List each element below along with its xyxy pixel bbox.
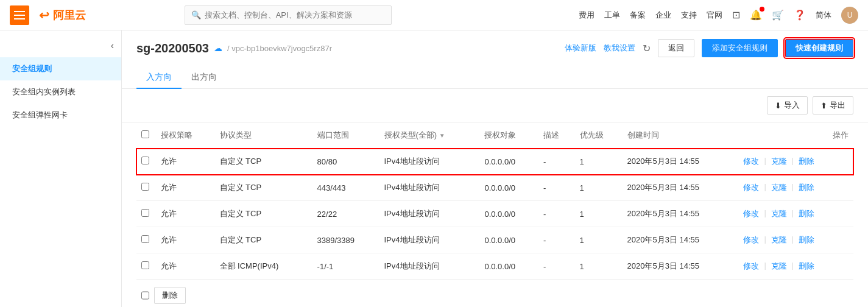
rules-table-container: 授权策略 协议类型 端口范围 授权类型(全部) ▼ 授权对象 描述 优先级 创建… bbox=[122, 122, 868, 307]
rules-table: 授权策略 协议类型 端口范围 授权类型(全部) ▼ 授权对象 描述 优先级 创建… bbox=[136, 122, 853, 280]
row-port: 443/443 bbox=[312, 175, 379, 201]
quick-create-rule-button[interactable]: 快速创建规则 bbox=[785, 39, 853, 57]
col-created: 创建时间 bbox=[623, 122, 739, 149]
screen-icon[interactable]: ⊡ bbox=[732, 9, 740, 21]
import-button[interactable]: ⬇ 导入 bbox=[767, 96, 808, 115]
nav-workorder[interactable]: 工单 bbox=[604, 10, 620, 21]
footer-checkbox[interactable] bbox=[141, 287, 149, 304]
table-row: 允许 自定义 TCP 80/80 IPv4地址段访问 0.0.0.0/0 - 1… bbox=[136, 149, 853, 175]
row-priority: 1 bbox=[575, 175, 623, 201]
row-checkbox-1[interactable] bbox=[141, 183, 149, 191]
row-target: 0.0.0.0/0 bbox=[479, 201, 538, 227]
row-actions-cell: 修改 | 克隆 | 删除 bbox=[738, 149, 853, 175]
upload-icon: ⬆ bbox=[820, 101, 827, 110]
clone-link-1[interactable]: 克隆 bbox=[771, 182, 787, 193]
bell-icon[interactable]: 🔔 bbox=[750, 9, 762, 21]
delete-link-0[interactable]: 删除 bbox=[799, 156, 814, 167]
table-row: 允许 全部 ICMP(IPv4) -1/-1 IPv4地址段访问 0.0.0.0… bbox=[136, 253, 853, 280]
experience-new-version[interactable]: 体验新版 bbox=[565, 43, 596, 54]
row-actions-cell: 修改 | 克隆 | 删除 bbox=[738, 175, 853, 201]
col-port: 端口范围 bbox=[312, 122, 379, 149]
add-security-rule-button[interactable]: 添加安全组规则 bbox=[702, 39, 778, 57]
row-port: 3389/3389 bbox=[312, 227, 379, 253]
clone-link-2[interactable]: 克隆 bbox=[771, 208, 787, 219]
nav-enterprise[interactable]: 企业 bbox=[655, 10, 671, 21]
search-bar[interactable]: 🔍 bbox=[185, 5, 392, 25]
row-checkbox-0[interactable] bbox=[141, 157, 149, 164]
guide-setup[interactable]: 教我设置 bbox=[604, 43, 635, 54]
sidebar-item-security-group-rules[interactable]: 安全组规则 bbox=[0, 57, 121, 80]
select-all-checkbox[interactable] bbox=[141, 130, 149, 138]
refresh-icon[interactable]: ↻ bbox=[643, 43, 651, 54]
row-desc: - bbox=[538, 149, 575, 175]
row-checkbox-2[interactable] bbox=[141, 209, 149, 217]
collapse-icon[interactable]: ‹ bbox=[111, 40, 114, 51]
edit-link-1[interactable]: 修改 bbox=[743, 182, 759, 193]
download-icon: ⬇ bbox=[775, 101, 782, 110]
row-policy: 允许 bbox=[156, 227, 215, 253]
tab-inbound[interactable]: 入方向 bbox=[136, 67, 182, 89]
batch-delete-button[interactable]: 删除 bbox=[154, 287, 186, 304]
logo: ↩ 阿里云 bbox=[39, 8, 86, 23]
edit-link-0[interactable]: 修改 bbox=[743, 156, 759, 167]
table-row: 允许 自定义 TCP 22/22 IPv4地址段访问 0.0.0.0/0 - 1… bbox=[136, 201, 853, 227]
col-target: 授权对象 bbox=[479, 122, 538, 149]
main-layout: ‹ 安全组规则 安全组内实例列表 安全组弹性网卡 sg-20200503 ☁ /… bbox=[0, 30, 868, 307]
back-button[interactable]: 返回 bbox=[658, 39, 694, 57]
table-toolbar: ⬇ 导入 ⬆ 导出 bbox=[122, 89, 868, 122]
logo-text: 阿里云 bbox=[53, 8, 86, 23]
edit-link-3[interactable]: 修改 bbox=[743, 235, 759, 245]
row-auth-type: IPv4地址段访问 bbox=[379, 227, 480, 253]
help-icon[interactable]: ❓ bbox=[794, 9, 806, 21]
search-input[interactable] bbox=[205, 10, 385, 19]
col-auth-type: 授权类型(全部) ▼ bbox=[379, 122, 480, 149]
cart-icon[interactable]: 🛒 bbox=[772, 9, 784, 21]
cloud-icon: ☁ bbox=[214, 43, 222, 53]
page-header: sg-20200503 ☁ / vpc-bp1boevkw7jvogc5rz87… bbox=[122, 30, 868, 89]
delete-link-1[interactable]: 删除 bbox=[799, 182, 814, 193]
delete-link-2[interactable]: 删除 bbox=[799, 208, 814, 219]
delete-link-4[interactable]: 删除 bbox=[799, 261, 814, 272]
sidebar-item-elastic-nic[interactable]: 安全组弹性网卡 bbox=[0, 104, 121, 127]
top-navigation: ↩ 阿里云 🔍 费用 工单 备案 企业 支持 官网 ⊡ 🔔 🛒 ❓ 简体 U bbox=[0, 0, 868, 30]
edit-link-4[interactable]: 修改 bbox=[743, 261, 759, 272]
main-content: sg-20200503 ☁ / vpc-bp1boevkw7jvogc5rz87… bbox=[122, 30, 868, 307]
hamburger-menu[interactable] bbox=[10, 5, 29, 25]
sidebar-item-instance-list[interactable]: 安全组内实例列表 bbox=[0, 80, 121, 104]
row-port: 80/80 bbox=[312, 149, 379, 175]
language-switch[interactable]: 简体 bbox=[816, 10, 831, 21]
row-checkbox-cell bbox=[136, 201, 156, 227]
row-auth-type: IPv4地址段访问 bbox=[379, 253, 480, 280]
col-priority: 优先级 bbox=[575, 122, 623, 149]
export-button[interactable]: ⬆ 导出 bbox=[813, 96, 853, 115]
user-avatar[interactable]: U bbox=[841, 7, 858, 24]
import-label: 导入 bbox=[784, 100, 800, 111]
row-checkbox-cell bbox=[136, 149, 156, 175]
clone-link-4[interactable]: 克隆 bbox=[771, 261, 787, 272]
clone-link-0[interactable]: 克隆 bbox=[771, 156, 787, 167]
nav-record[interactable]: 备案 bbox=[630, 10, 646, 21]
edit-link-2[interactable]: 修改 bbox=[743, 208, 759, 219]
topnav-right-actions: 费用 工单 备案 企业 支持 官网 ⊡ 🔔 🛒 ❓ 简体 U bbox=[579, 7, 858, 24]
row-policy: 允许 bbox=[156, 175, 215, 201]
row-created: 2020年5月3日 14:55 bbox=[623, 201, 739, 227]
filter-icon[interactable]: ▼ bbox=[439, 132, 445, 139]
page-header-actions: 体验新版 教我设置 ↻ 返回 添加安全组规则 快速创建规则 bbox=[565, 39, 853, 57]
row-created: 2020年5月3日 14:55 bbox=[623, 253, 739, 280]
clone-link-3[interactable]: 克隆 bbox=[771, 235, 787, 245]
logo-icon: ↩ bbox=[39, 8, 49, 23]
nav-official[interactable]: 官网 bbox=[707, 10, 722, 21]
row-checkbox-4[interactable] bbox=[141, 261, 149, 269]
row-port: 22/22 bbox=[312, 201, 379, 227]
nav-support[interactable]: 支持 bbox=[681, 10, 697, 21]
row-checkbox-3[interactable] bbox=[141, 235, 149, 243]
nav-fees[interactable]: 费用 bbox=[579, 10, 595, 21]
direction-tabs: 入方向 出方向 bbox=[136, 65, 853, 88]
tab-outbound[interactable]: 出方向 bbox=[182, 67, 227, 89]
delete-link-3[interactable]: 删除 bbox=[799, 235, 814, 245]
row-policy: 允许 bbox=[156, 149, 215, 175]
row-created: 2020年5月3日 14:55 bbox=[623, 227, 739, 253]
row-priority: 1 bbox=[575, 201, 623, 227]
row-desc: - bbox=[538, 253, 575, 280]
row-protocol: 自定义 TCP bbox=[215, 201, 312, 227]
